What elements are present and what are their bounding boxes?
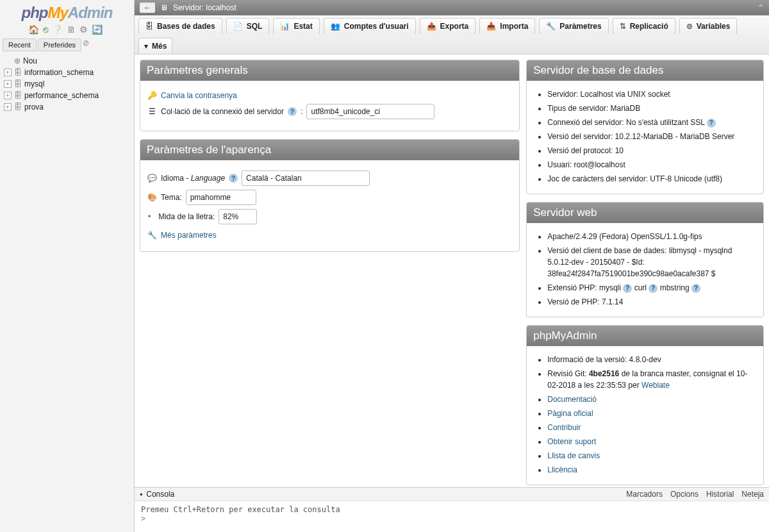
license-link[interactable]: Llicència — [547, 465, 577, 474]
tree-db-label: information_schema — [24, 68, 94, 77]
tree-db-label: prova — [24, 103, 44, 112]
sidebar-tab-recent[interactable]: Recent — [3, 38, 37, 51]
logout-icon[interactable]: ⎋ — [43, 24, 52, 35]
tab-sql[interactable]: 📄SQL — [226, 18, 270, 34]
sql-console: ▪ Consola Marcadors Opcions Historial Ne… — [135, 487, 769, 532]
db-server-panel: Servidor de base de dades Servidor: Loca… — [526, 60, 764, 194]
tree-new[interactable]: ⊕ Nou — [3, 55, 131, 67]
tree-db[interactable]: + 🗄 mysql — [3, 78, 131, 90]
users-icon: 👥 — [331, 22, 340, 31]
help-icon[interactable]: ? — [707, 119, 716, 128]
tab-status[interactable]: 📊Estat — [273, 18, 319, 34]
sidebar-toolbar: 🏠⎋❔🗎⚙🔄 — [3, 24, 131, 35]
changelog-link[interactable]: Llista de canvis — [547, 451, 600, 460]
link-icon[interactable]: ⊘ — [83, 38, 89, 51]
logo-part-php: php — [22, 4, 48, 21]
theme-select[interactable]: pmahomme — [186, 190, 256, 205]
help-icon[interactable]: ? — [229, 174, 238, 183]
list-item: Extensió PHP: mysqli ? curl ? mbstring ? — [547, 281, 757, 295]
tab-label: Paràmetres — [559, 22, 601, 31]
replication-icon: ⇅ — [620, 22, 626, 31]
list-item: Documentació — [547, 392, 757, 406]
tab-users[interactable]: 👥Comptes d'usuari — [324, 18, 416, 34]
docs-icon[interactable]: ❔ — [52, 24, 67, 35]
support-link[interactable]: Obtenir suport — [547, 437, 596, 446]
pma-panel: phpMyAdmin Informació de la versió: 4.8.… — [526, 325, 764, 485]
panel-title: Paràmetres de l'aparença — [140, 140, 519, 160]
change-password-link[interactable]: Canvia la contrasenya — [161, 91, 237, 100]
export-icon: 📤 — [427, 22, 436, 31]
expand-icon[interactable]: + — [4, 80, 12, 88]
tab-label: Bases de dades — [157, 22, 215, 31]
sidebar-tab-favorites[interactable]: Preferides — [38, 38, 81, 51]
list-item: Joc de caràcters del servidor: UTF-8 Uni… — [547, 172, 757, 186]
tab-label: Importa — [500, 22, 528, 31]
help-icon[interactable]: ? — [691, 284, 700, 293]
bullet-icon — [147, 212, 154, 221]
reload-icon[interactable]: 🔄 — [92, 24, 106, 35]
console-prompt: > — [141, 514, 763, 523]
font-size-label: Mida de la lletra: — [158, 212, 215, 221]
docs-link[interactable]: Documentació — [547, 395, 597, 404]
database-icon: 🗄 — [14, 103, 22, 112]
sql-icon: 📄 — [233, 22, 243, 31]
console-options[interactable]: Opcions — [670, 490, 699, 499]
panel-title: Servidor web — [527, 203, 763, 223]
tab-more[interactable]: ▾ Més — [138, 38, 172, 54]
console-bookmarks[interactable]: Marcadors — [626, 490, 663, 499]
help-icon[interactable]: ? — [649, 284, 657, 293]
language-select[interactable]: Català - Catalan — [242, 170, 370, 186]
tab-databases[interactable]: 🗄Bases de dades — [138, 18, 222, 34]
database-icon: 🗄 — [14, 91, 22, 100]
list-item: Servidor: Localhost via UNIX socket — [547, 87, 757, 101]
font-size-select[interactable]: 82% — [219, 209, 257, 224]
weblate-link[interactable]: Weblate — [641, 381, 670, 390]
tree-db[interactable]: + 🗄 prova — [3, 101, 131, 113]
contribute-link[interactable]: Contribuir — [547, 423, 581, 432]
tab-label: Replicació — [630, 22, 668, 31]
theme-label: Tema: — [161, 193, 182, 202]
panel-title: Paràmetres generals — [140, 60, 519, 81]
tab-export[interactable]: 📤Exporta — [420, 18, 476, 34]
console-icon: ▪ — [140, 490, 142, 499]
collation-label: Col·lació de la connexió del servidor — [161, 107, 284, 116]
homepage-link[interactable]: Pàgina oficial — [547, 409, 593, 418]
tab-label: Exporta — [440, 22, 469, 31]
tree-db[interactable]: + 🗄 information_schema — [3, 67, 131, 78]
tree-db[interactable]: + 🗄 performance_schema — [3, 90, 131, 101]
sql-icon[interactable]: 🗎 — [67, 24, 79, 35]
variables-icon: ⊚ — [686, 22, 693, 31]
help-icon[interactable]: ? — [288, 107, 297, 116]
list-item: Versió del client de base de dades: libm… — [547, 244, 757, 281]
panel-title: phpMyAdmin — [527, 326, 763, 346]
list-item: Versió de PHP: 7.1.14 — [547, 295, 757, 309]
console-clear[interactable]: Neteja — [741, 490, 764, 499]
wrench-icon: 🔧 — [546, 22, 556, 31]
more-settings-link[interactable]: Més paràmetres — [161, 231, 217, 240]
tab-import[interactable]: 📥Importa — [479, 18, 535, 34]
list-item: Versió del servidor: 10.2.12-MariaDB - M… — [547, 129, 757, 144]
expand-icon[interactable]: + — [4, 92, 12, 99]
wrench-icon: 🔧 — [147, 231, 157, 240]
collapse-icon[interactable]: ⌃ — [757, 3, 764, 12]
console-title[interactable]: Consola — [146, 490, 174, 499]
settings-icon[interactable]: ⚙ — [79, 24, 92, 35]
new-db-icon: ⊕ — [14, 56, 21, 65]
expand-icon[interactable]: + — [4, 69, 12, 76]
tree-new-label: Nou — [23, 56, 37, 65]
tab-settings[interactable]: 🔧Paràmetres — [539, 18, 608, 34]
console-input-area[interactable]: Premeu Ctrl+Retorn per executar la consu… — [135, 501, 769, 532]
tab-variables[interactable]: ⊚Variables — [679, 18, 738, 34]
back-button[interactable]: ← — [140, 3, 155, 13]
expand-icon[interactable]: + — [4, 103, 12, 111]
console-history[interactable]: Historial — [706, 490, 734, 499]
list-item: Tipus de servidor: MariaDB — [547, 101, 757, 115]
list-item: Revisió Git: 4be2516 de la branca master… — [547, 367, 757, 392]
home-icon[interactable]: 🏠 — [28, 24, 43, 35]
tab-replication[interactable]: ⇅Replicació — [613, 18, 675, 34]
server-icon: 🖥 — [160, 3, 168, 12]
list-item: Apache/2.4.29 (Fedora) OpenSSL/1.1.0g-fi… — [547, 229, 757, 244]
help-icon[interactable]: ? — [623, 284, 632, 293]
list-item: Contribuir — [547, 420, 757, 435]
collation-select[interactable]: utf8mb4_unicode_ci — [306, 104, 434, 119]
